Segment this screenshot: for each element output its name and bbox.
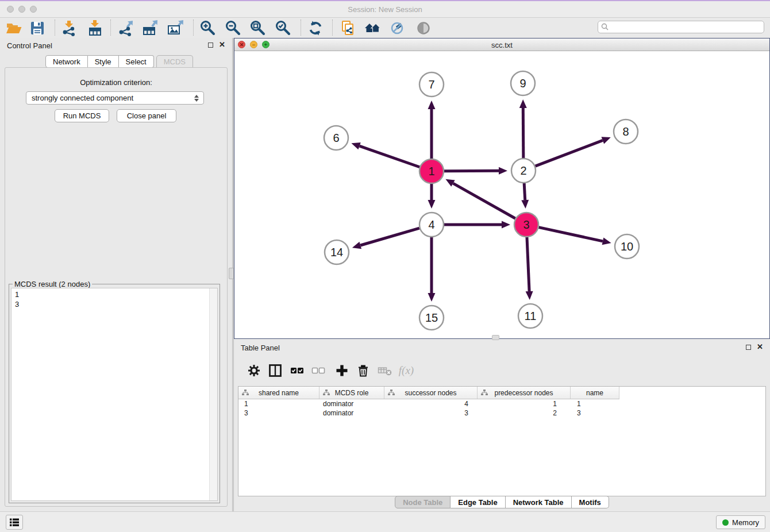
export-table-icon[interactable] xyxy=(140,19,160,37)
clone-network-icon[interactable] xyxy=(338,19,357,37)
window-controls xyxy=(7,6,37,13)
window-close-button[interactable] xyxy=(7,6,14,13)
graph-node-label-15: 15 xyxy=(425,311,438,324)
control-panel-header: Control Panel ✕ xyxy=(0,38,232,54)
graph-edge-arrow-4-15 xyxy=(428,293,436,302)
toolbar-separator xyxy=(332,20,333,36)
table-cell[interactable]: 1 xyxy=(571,400,619,408)
hide-graphics-details-icon[interactable] xyxy=(388,19,407,37)
mcds-tab-content: Optimization criterion: strongly connect… xyxy=(5,67,228,507)
run-mcds-button[interactable]: Run MCDS xyxy=(55,109,109,122)
column-header-MCDS-role[interactable]: MCDS role xyxy=(319,387,384,399)
graph-edge-2-8[interactable] xyxy=(536,140,603,166)
gear-icon[interactable] xyxy=(245,362,263,379)
graph-edge-arrow-2-3 xyxy=(521,200,529,209)
import-network-icon[interactable] xyxy=(59,19,79,37)
open-file-icon[interactable] xyxy=(4,19,24,37)
memory-button-label: Memory xyxy=(732,518,759,527)
close-panel-button[interactable]: Close panel xyxy=(117,109,176,122)
float-panel-icon[interactable] xyxy=(208,43,213,48)
network-canvas[interactable]: 7968124314101511 xyxy=(234,51,769,338)
table-cell[interactable]: 4 xyxy=(384,400,478,408)
graph-edge-3-10[interactable] xyxy=(538,228,602,241)
home-icon[interactable] xyxy=(363,19,383,37)
graph-edge-1-2[interactable] xyxy=(444,171,499,171)
graph-edge-arrow-2-9 xyxy=(519,99,527,108)
table-cell[interactable]: 1 xyxy=(478,400,571,408)
app-titlebar: Session: New Session xyxy=(0,0,770,18)
task-history-button[interactable] xyxy=(6,515,23,530)
table-tab-motifs[interactable]: Motifs xyxy=(572,496,609,508)
network-graph[interactable]: 7968124314101511 xyxy=(234,51,769,338)
table-tab-network-table[interactable]: Network Table xyxy=(506,496,572,508)
column-header-name[interactable]: name xyxy=(571,387,619,399)
table-cell[interactable]: dominator xyxy=(319,400,384,408)
delete-icon[interactable] xyxy=(355,362,372,379)
network-window: ✕ − + scc.txt 7968124314101511 xyxy=(234,38,770,339)
graph-edge-2-3[interactable] xyxy=(524,183,525,200)
search-icon xyxy=(600,22,610,32)
column-header-successor-nodes[interactable]: successor nodes xyxy=(384,387,478,399)
memory-button[interactable]: Memory xyxy=(716,515,765,529)
control-panel-tab-style[interactable]: Style xyxy=(88,55,119,68)
toolbar-separator xyxy=(110,20,111,36)
optimization-criterion-label: Optimization criterion: xyxy=(5,78,227,87)
table-cell[interactable]: dominator xyxy=(319,409,384,417)
close-panel-icon[interactable]: ✕ xyxy=(757,344,763,350)
graph-edge-2-9[interactable] xyxy=(523,108,523,158)
criterion-dropdown-value: strongly connected component xyxy=(26,94,192,102)
table-cell[interactable]: 3 xyxy=(384,409,478,417)
graph-edge-1-6[interactable] xyxy=(360,146,420,167)
toolbar-separator xyxy=(301,20,301,36)
mcds-result-text[interactable]: 13 xyxy=(11,288,218,501)
graph-edge-arrow-1-4 xyxy=(428,200,436,209)
graph-node-label-4: 4 xyxy=(428,218,434,231)
export-image-icon[interactable] xyxy=(165,19,185,37)
export-network-icon[interactable] xyxy=(116,19,135,37)
apply-layout-icon[interactable] xyxy=(306,19,325,37)
zoom-fit-icon[interactable] xyxy=(248,19,268,37)
save-session-icon[interactable] xyxy=(28,19,47,37)
zoom-in-icon[interactable] xyxy=(198,19,218,37)
table-tab-node-table[interactable]: Node Table xyxy=(395,496,451,508)
deselect-all-icon[interactable] xyxy=(310,362,328,379)
graph-edge-3-1[interactable] xyxy=(453,183,515,218)
graph-edge-3-11[interactable] xyxy=(527,237,529,291)
window-zoom-button[interactable] xyxy=(30,6,37,13)
table-tab-edge-table[interactable]: Edge Table xyxy=(451,496,505,508)
function-builder-icon[interactable]: f(x) xyxy=(398,362,415,379)
float-panel-icon[interactable] xyxy=(746,345,751,350)
zoom-out-icon[interactable] xyxy=(224,19,243,37)
table-cell[interactable]: 1 xyxy=(238,400,319,408)
control-panel-tab-network[interactable]: Network xyxy=(45,55,88,68)
main-toolbar xyxy=(0,18,770,38)
mcds-result-line: 3 xyxy=(15,299,214,309)
add-column-icon[interactable] xyxy=(333,362,351,379)
table-panel-title: Table Panel xyxy=(241,344,280,352)
table-row[interactable]: 1dominator411 xyxy=(238,399,765,408)
criterion-dropdown[interactable]: strongly connected component xyxy=(26,91,204,105)
scrollbar-track[interactable] xyxy=(209,288,217,500)
control-panel-tab-select[interactable]: Select xyxy=(119,55,154,68)
window-minimize-button[interactable] xyxy=(18,6,25,13)
vertical-splitter-grip[interactable] xyxy=(229,268,234,279)
table-cell[interactable]: 3 xyxy=(238,409,319,417)
delete-table-icon[interactable] xyxy=(376,362,394,379)
zoom-selected-icon[interactable] xyxy=(274,19,293,37)
table-cell[interactable]: 3 xyxy=(571,409,619,417)
table-cell[interactable]: 2 xyxy=(478,409,571,417)
column-header-shared-name[interactable]: shared name xyxy=(238,387,319,399)
search-input[interactable] xyxy=(610,22,761,32)
graph-node-label-14: 14 xyxy=(330,246,343,259)
graph-edge-4-14[interactable] xyxy=(360,228,419,245)
column-header-predecessor-nodes[interactable]: predecessor nodes xyxy=(478,387,571,399)
graph-edge-arrow-2-8 xyxy=(602,137,611,144)
table-row[interactable]: 3dominator323 xyxy=(238,408,765,418)
close-panel-icon[interactable]: ✕ xyxy=(219,42,225,48)
graph-edge-arrow-3-10 xyxy=(602,238,611,245)
birds-eye-view-icon[interactable] xyxy=(414,19,433,37)
select-all-icon[interactable] xyxy=(289,362,306,379)
column-selector-icon[interactable] xyxy=(267,362,284,379)
import-table-icon[interactable] xyxy=(85,19,105,37)
horizontal-splitter-grip[interactable] xyxy=(492,335,499,340)
